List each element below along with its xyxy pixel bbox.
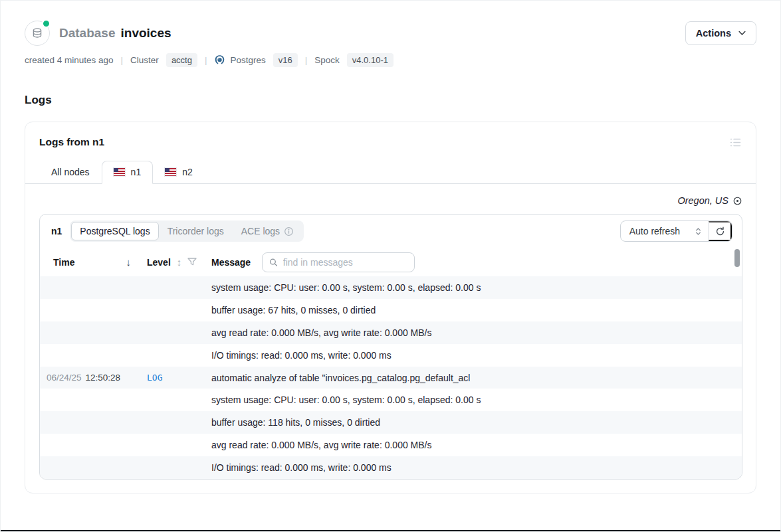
- log-time: 12:50:28: [86, 373, 121, 383]
- log-time-cell: 06/24/2512:50:28: [40, 373, 138, 383]
- column-header-time: Time: [53, 257, 74, 268]
- refresh-controls: Auto refresh: [620, 221, 732, 242]
- log-message-cell: I/O timings: read: 0.000 ms, write: 0.00…: [203, 350, 742, 361]
- log-message-cell: buffer usage: 118 hits, 0 misses, 0 dirt…: [203, 417, 742, 428]
- sort-desc-icon[interactable]: ↓: [126, 256, 132, 268]
- postgres-info: Postgres: [214, 54, 265, 66]
- entity-name: invoices: [121, 26, 171, 41]
- segment-ace-logs[interactable]: ACE logs: [233, 222, 302, 240]
- segment-postgresql-logs[interactable]: PostgreSQL logs: [71, 222, 158, 240]
- segment-tricorder-logs[interactable]: Tricorder logs: [159, 222, 233, 240]
- location-icon: [732, 196, 742, 206]
- us-flag-icon: [114, 168, 125, 176]
- select-chevrons-icon: [695, 227, 702, 236]
- logs-card: Logs from n1 All nodesn1n2 Oregon, US n1…: [25, 122, 756, 493]
- log-table-row: buffer usage: 118 hits, 0 misses, 0 dirt…: [40, 411, 742, 434]
- log-message-cell: I/O timings: read: 0.000 ms, write: 0.00…: [203, 462, 742, 473]
- actions-button-label: Actions: [696, 28, 731, 39]
- refresh-icon: [715, 226, 725, 236]
- log-list-view-icon[interactable]: [728, 136, 742, 151]
- refresh-button[interactable]: [709, 221, 732, 241]
- segment-label: Tricorder logs: [167, 226, 224, 236]
- postgres-version-badge: v16: [273, 53, 298, 67]
- us-flag-icon: [165, 168, 176, 176]
- separator: |: [121, 55, 124, 65]
- postgres-elephant-icon: [214, 54, 225, 66]
- page-header: Database invoices Actions created 4 minu…: [1, 1, 780, 67]
- node-tabs: All nodesn1n2: [25, 161, 756, 184]
- message-search-input[interactable]: [283, 257, 407, 268]
- cluster-badge: acctg: [166, 53, 197, 67]
- spock-version-badge: v4.0.10-1: [347, 53, 393, 67]
- database-icon: [31, 27, 43, 39]
- log-message-cell: system usage: CPU: user: 0.00 s, system:…: [203, 395, 742, 405]
- sort-icon[interactable]: ↕: [177, 256, 182, 268]
- search-icon: [269, 258, 278, 267]
- actions-button[interactable]: Actions: [685, 21, 756, 45]
- tab-node-n2[interactable]: n2: [153, 161, 205, 184]
- tab-node-all-nodes[interactable]: All nodes: [39, 161, 102, 184]
- logs-toolbar: n1 PostgreSQL logsTricorder logsACE logs…: [40, 215, 742, 248]
- cluster-label: Cluster: [130, 55, 159, 65]
- log-type-segments: PostgreSQL logsTricorder logsACE logs: [70, 221, 304, 242]
- log-message-cell: buffer usage: 67 hits, 0 misses, 0 dirti…: [203, 305, 742, 315]
- metadata-row: created 4 minutes ago | Cluster acctg | …: [25, 53, 756, 67]
- log-table-row: system usage: CPU: user: 0.00 s, system:…: [40, 276, 742, 299]
- tab-node-n1[interactable]: n1: [102, 161, 154, 184]
- location-text: Oregon, US: [677, 195, 728, 206]
- status-dot: [42, 19, 51, 28]
- logs-panel: n1 PostgreSQL logsTricorder logsACE logs…: [39, 214, 742, 480]
- chevron-down-icon: [738, 31, 746, 36]
- database-avatar: [25, 21, 50, 46]
- filter-icon[interactable]: [187, 258, 197, 266]
- log-message-cell: avg read rate: 0.000 MB/s, avg write rat…: [203, 327, 742, 338]
- spock-label: Spock: [314, 55, 340, 65]
- auto-refresh-select[interactable]: Auto refresh: [621, 221, 709, 241]
- separator: |: [305, 55, 308, 65]
- logs-section-title: Logs: [25, 94, 756, 107]
- column-header-level: Level: [147, 257, 171, 268]
- segment-label: ACE logs: [241, 226, 280, 236]
- entity-type-label: Database: [59, 26, 116, 41]
- node-label: n1: [51, 226, 62, 236]
- segment-label: PostgreSQL logs: [80, 226, 150, 236]
- page-title: Database invoices: [59, 26, 171, 41]
- log-level-cell: LOG: [138, 373, 203, 383]
- info-icon: [284, 226, 294, 236]
- database-detail-page: Database invoices Actions created 4 minu…: [0, 0, 781, 532]
- log-message-cell: system usage: CPU: user: 0.00 s, system:…: [203, 282, 742, 293]
- log-message-cell: avg read rate: 0.000 MB/s, avg write rat…: [203, 440, 742, 450]
- auto-refresh-label: Auto refresh: [629, 226, 680, 236]
- log-table-row: system usage: CPU: user: 0.00 s, system:…: [40, 389, 742, 411]
- log-date: 06/24/25: [47, 373, 82, 383]
- log-table-row: I/O timings: read: 0.000 ms, write: 0.00…: [40, 344, 742, 367]
- logs-card-title: Logs from n1: [39, 136, 104, 148]
- log-table-row: I/O timings: read: 0.000 ms, write: 0.00…: [40, 456, 742, 479]
- log-table-header: Time ↓ Level ↕ Message: [40, 248, 742, 276]
- node-location: Oregon, US: [39, 195, 742, 206]
- log-table-row: avg read rate: 0.000 MB/s, avg write rat…: [40, 321, 742, 344]
- postgres-label: Postgres: [230, 55, 265, 65]
- scrollbar-thumb[interactable]: [734, 249, 740, 267]
- tab-label: All nodes: [51, 167, 90, 177]
- tab-label: n1: [131, 167, 142, 177]
- log-table-row: avg read rate: 0.000 MB/s, avg write rat…: [40, 434, 742, 456]
- log-table-row: buffer usage: 67 hits, 0 misses, 0 dirti…: [40, 299, 742, 321]
- log-table-row: 06/24/2512:50:28LOGautomatic analyze of …: [40, 367, 742, 389]
- window-bottom-edge: [1, 530, 780, 531]
- message-search[interactable]: [262, 252, 415, 272]
- separator: |: [205, 55, 207, 65]
- column-header-message: Message: [211, 257, 251, 268]
- log-message-cell: automatic analyze of table "invoices.pg_…: [203, 373, 742, 383]
- created-text: created 4 minutes ago: [25, 55, 114, 65]
- log-table-body: system usage: CPU: user: 0.00 s, system:…: [40, 276, 742, 479]
- tab-label: n2: [182, 167, 193, 177]
